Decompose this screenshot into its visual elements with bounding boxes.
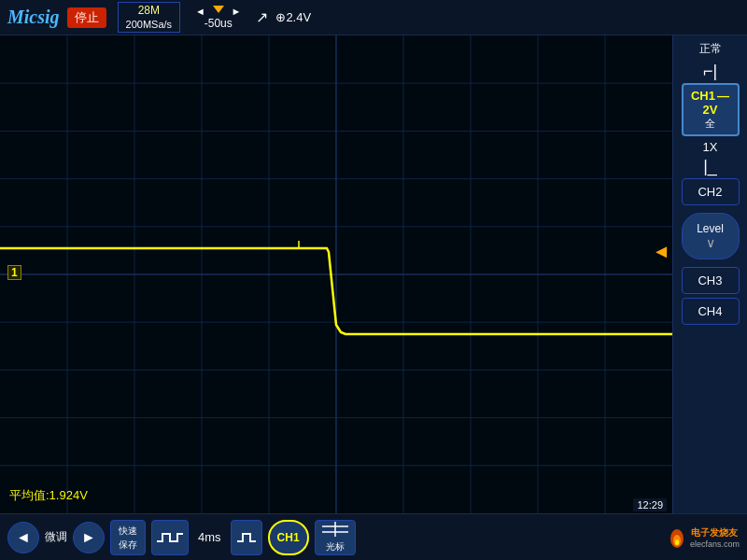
- elecfans-subtext: elecfans.com: [690, 539, 740, 549]
- finetune-label: 微调: [45, 529, 67, 545]
- quicksave-button[interactable]: 快速 保存: [110, 520, 146, 555]
- ch1-dash: —: [717, 89, 729, 103]
- scope-screen: 1 ◄ 平均值:1.924V: [0, 35, 672, 513]
- nav-right-button[interactable]: ►: [73, 522, 105, 553]
- level-button[interactable]: Level ∨: [682, 213, 740, 259]
- sample-rate-box: 28M 200MSa/s: [118, 2, 181, 34]
- ch1-button[interactable]: CH1 — 2V 全: [682, 83, 740, 136]
- ch1-indicator: 1: [7, 265, 21, 280]
- elecfans-text: 电子发烧友: [690, 526, 740, 539]
- onex-label: 1X: [703, 140, 718, 154]
- quicksave-line1: 快速: [119, 525, 137, 538]
- time-display: 12:29: [633, 498, 667, 511]
- nav-left-button[interactable]: ◄: [7, 522, 39, 553]
- sample-points: 28M: [138, 4, 160, 19]
- level-label: Level: [697, 222, 724, 235]
- sample-rate: 200MSa/s: [126, 18, 173, 31]
- elecfans-logo-area: 电子发烧友 elecfans.com: [668, 525, 740, 550]
- time-offset: -50us: [204, 17, 233, 30]
- level-arrow-screen: ◄: [652, 241, 670, 262]
- ch4-button[interactable]: CH4: [682, 298, 740, 325]
- wave-down-symbol: |_: [703, 158, 717, 175]
- ch3-button[interactable]: CH3: [682, 267, 740, 294]
- ch1-voltage: 2V: [685, 103, 736, 117]
- trigger-arrow: ↗: [256, 8, 268, 26]
- ch1-button-label: CH1: [691, 89, 715, 103]
- waveform: [0, 35, 672, 513]
- quicksave-line2: 保存: [119, 539, 137, 552]
- ch1-full: 全: [685, 117, 736, 131]
- ch1-bottom-label: CH1: [277, 531, 300, 544]
- ch2-button[interactable]: CH2: [682, 178, 740, 205]
- stop-button[interactable]: 停止: [67, 7, 106, 28]
- svg-point-26: [675, 539, 679, 545]
- right-panel: 正常 ⌐| CH1 — 2V 全 1X |_ CH2 Level ∨ CH3 C…: [672, 35, 747, 513]
- avg-value: 平均值:1.924V: [9, 487, 88, 504]
- logo: Micsig: [0, 7, 67, 28]
- ch1-bottom-button[interactable]: CH1: [268, 520, 309, 555]
- flame-icon: [668, 525, 686, 550]
- waveform-type-button[interactable]: [151, 520, 189, 555]
- cursor-button[interactable]: 光标: [315, 520, 356, 555]
- ch1-waveform: [0, 248, 672, 334]
- level-chevron: ∨: [706, 235, 715, 250]
- pulse-button[interactable]: [231, 520, 262, 555]
- normal-label: 正常: [699, 41, 722, 57]
- timebase-label: 4ms: [194, 530, 225, 544]
- elecfans-logo: 电子发烧友 elecfans.com: [690, 526, 740, 549]
- trigger-triangle: [213, 6, 224, 13]
- bottom-bar: ◄ 微调 ► 快速 保存 4ms CH1 光标: [0, 513, 747, 560]
- wave-up-symbol: ⌐|: [703, 63, 717, 79]
- cursor-label: 光标: [326, 540, 345, 553]
- timebase-area: ◄ ► -50us: [195, 6, 241, 30]
- top-bar: Micsig 停止 28M 200MSa/s ◄ ► -50us ↗ ⊕2.4V: [0, 0, 747, 35]
- cursor-icon: [322, 522, 348, 539]
- voltage-trigger: ⊕2.4V: [275, 10, 311, 24]
